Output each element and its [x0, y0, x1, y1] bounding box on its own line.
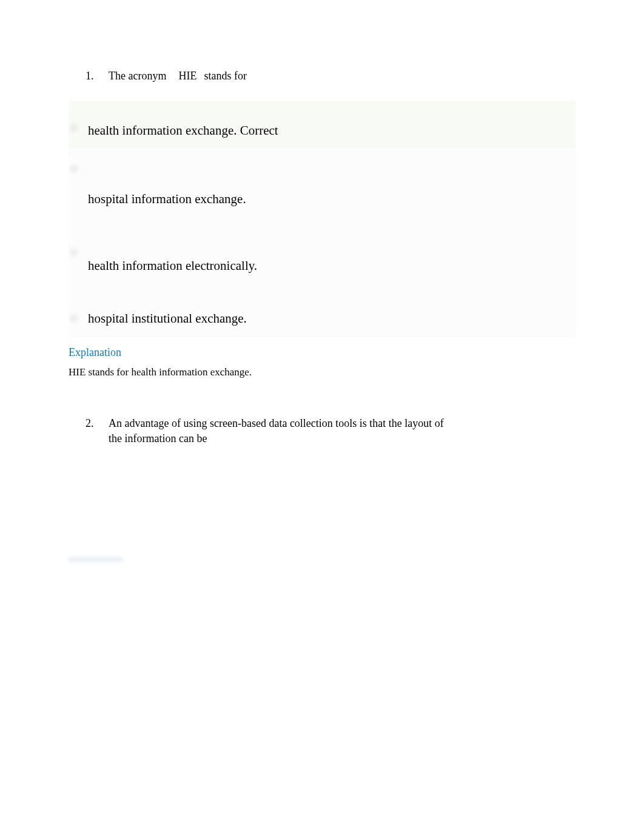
option-a-row[interactable]: health information exchange. Correct: [69, 101, 575, 147]
question-2-line: 2. An advantage of using screen-based da…: [69, 416, 575, 446]
explanation-body: HIE stands for health information exchan…: [69, 365, 575, 380]
q1-term: HIE: [178, 70, 196, 82]
option-b-row[interactable]: hospital information exchange.: [69, 147, 575, 216]
option-c-row[interactable]: health information electronically.: [69, 216, 575, 283]
option-b-text: hospital information exchange.: [88, 191, 246, 207]
q1-suffix: stands for: [204, 70, 247, 82]
option-c-text: health information electronically.: [88, 258, 257, 274]
explanation-heading: Explanation: [69, 346, 575, 359]
radio-icon: [69, 163, 79, 174]
question-1-options: health information exchange. Correct hos…: [69, 101, 575, 338]
radio-icon: [69, 247, 79, 258]
question-1-line: 1. The acronymHIEstands for: [69, 69, 575, 84]
question-1-number: 1.: [86, 70, 98, 82]
q1-prefix: The acronym: [109, 70, 166, 82]
radio-icon: [69, 313, 79, 324]
question-2-text: An advantage of using screen-based data …: [109, 416, 448, 446]
option-d-text: hospital institutional exchange.: [88, 310, 247, 327]
option-a-text: health information exchange. Correct: [88, 122, 278, 139]
radio-icon: [69, 122, 79, 133]
question-2-number: 2.: [86, 417, 98, 430]
option-d-row[interactable]: hospital institutional exchange.: [69, 283, 575, 338]
blurred-region: [69, 558, 123, 563]
question-1-text: The acronymHIEstands for: [109, 69, 247, 84]
